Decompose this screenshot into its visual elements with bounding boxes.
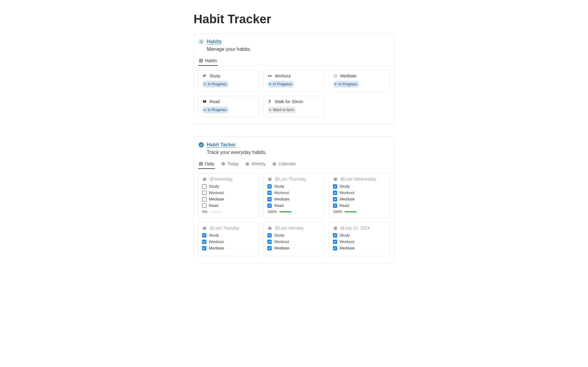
book-icon	[202, 99, 207, 104]
svg-rect-31	[334, 227, 337, 230]
habit-card[interactable]: Walk for 30minWant to form	[263, 96, 324, 117]
pencil-icon	[202, 73, 207, 78]
progress-bar	[345, 211, 357, 212]
check-item: Workout	[202, 239, 255, 244]
checkbox[interactable]	[333, 246, 337, 250]
tab-weekly[interactable]: Weekly	[245, 159, 266, 169]
tab-today[interactable]: Today	[221, 159, 239, 169]
checkbox[interactable]	[267, 184, 272, 189]
svg-rect-27	[268, 178, 272, 181]
tracker-card[interactable]: @Last WednesdayStudyWorkoutMeditateRead1…	[329, 173, 390, 218]
checkbox[interactable]	[333, 184, 337, 189]
svg-rect-9	[199, 59, 201, 60]
calendar-icon	[267, 226, 272, 230]
svg-rect-30	[268, 227, 272, 230]
svg-rect-23	[201, 164, 202, 165]
checkbox[interactable]	[202, 240, 206, 244]
walk-icon	[267, 99, 272, 104]
status-badge: In Progress	[333, 81, 360, 88]
tab-label: Daily	[205, 161, 214, 166]
check-item: Meditate	[202, 246, 255, 250]
dumbbell-icon	[267, 73, 272, 78]
checkbox[interactable]	[333, 240, 337, 244]
checkbox[interactable]	[333, 191, 337, 195]
check-item-label: Read	[340, 203, 349, 208]
habit-card-title: Walk for 30min	[275, 99, 303, 104]
checkbox[interactable]	[267, 191, 272, 195]
calendar-icon	[202, 226, 207, 230]
svg-rect-12	[201, 61, 202, 62]
habit-card-title: Workout	[275, 73, 291, 78]
check-item: Study	[267, 184, 320, 189]
checkbox[interactable]	[202, 197, 206, 201]
tracker-card[interactable]: @YesterdayStudyWorkoutMeditateRead0%	[198, 173, 259, 218]
check-item: Workout	[333, 190, 386, 195]
status-label: In Progress	[338, 81, 357, 87]
check-item: Workout	[267, 190, 320, 195]
habit-card[interactable]: StudyIn Progress	[198, 70, 259, 92]
habit-card[interactable]: MeditateIn Progress	[329, 70, 390, 92]
svg-rect-20	[199, 162, 201, 163]
tracker-card[interactable]: @Last TuesdayStudyWorkoutMeditate	[198, 222, 259, 256]
status-label: In Progress	[273, 81, 292, 87]
check-item-label: Study	[209, 184, 219, 189]
check-item-label: Meditate	[340, 197, 355, 201]
check-item-label: Study	[209, 233, 219, 238]
check-item-label: Study	[274, 184, 284, 189]
tracker-description: Track your everyday habits.	[207, 150, 390, 155]
check-circle-icon	[198, 142, 204, 148]
checkbox[interactable]	[202, 204, 206, 208]
checkbox[interactable]	[333, 197, 337, 201]
status-label: In Progress	[208, 107, 226, 113]
habits-title-link[interactable]: Habits	[207, 39, 222, 44]
habits-panel: Habits Manage your habits. Habits StudyI…	[194, 33, 394, 124]
status-badge: In Progress	[267, 81, 294, 88]
calendar-icon	[267, 177, 272, 182]
checkbox[interactable]	[333, 233, 337, 238]
tracker-card[interactable]: @Last ThursdayStudyWorkoutMeditateRead10…	[263, 173, 324, 218]
progress-label: 0%	[202, 210, 207, 214]
tab-label: Weekly	[251, 161, 266, 166]
status-label: In Progress	[208, 81, 226, 87]
tracker-card-date: @July 21, 2024	[340, 226, 370, 230]
calendar-icon	[272, 162, 277, 166]
tracker-card[interactable]: @July 21, 2024StudyWorkoutMeditate	[329, 222, 390, 256]
tab-calendar[interactable]: Calendar	[272, 159, 296, 169]
svg-line-4	[203, 43, 203, 43]
checkbox[interactable]	[267, 204, 272, 208]
tab-daily[interactable]: Daily	[198, 159, 215, 169]
habit-card[interactable]: WorkoutIn Progress	[263, 70, 324, 92]
checkbox[interactable]	[202, 233, 206, 238]
check-item: Read	[202, 203, 255, 208]
status-badge: In Progress	[202, 81, 229, 88]
pie-icon	[245, 162, 250, 166]
check-item-label: Meditate	[340, 246, 355, 250]
checkbox[interactable]	[267, 246, 272, 250]
tracker-card[interactable]: @Last MondayStudyWorkoutMeditate	[263, 222, 324, 256]
svg-line-7	[199, 43, 200, 43]
habits-view-tab[interactable]: Habits	[198, 56, 218, 66]
tracker-card-date: @Last Wednesday	[340, 177, 376, 182]
svg-rect-17	[271, 75, 272, 77]
tracker-title-link[interactable]: Habit Tacker	[207, 142, 236, 148]
checkbox[interactable]	[202, 246, 206, 250]
tracker-card-date: @Last Tuesday	[209, 226, 239, 230]
svg-rect-22	[199, 164, 201, 165]
check-item-label: Workout	[274, 190, 289, 195]
check-item-label: Workout	[209, 239, 224, 244]
checkbox[interactable]	[267, 197, 272, 201]
checkbox[interactable]	[267, 233, 272, 238]
check-item: Meditate	[267, 246, 320, 250]
habit-card-title: Meditate	[340, 73, 357, 78]
check-item-label: Meditate	[209, 246, 224, 250]
habit-card[interactable]: ReadIn Progress	[198, 96, 259, 117]
check-item-label: Meditate	[209, 197, 224, 201]
check-item-label: Workout	[209, 190, 224, 195]
gallery-icon	[199, 58, 203, 63]
checkbox[interactable]	[267, 240, 272, 244]
checkbox[interactable]	[202, 184, 206, 189]
tracker-card-date: @Last Monday	[275, 226, 303, 230]
checkbox[interactable]	[333, 204, 337, 208]
checkbox[interactable]	[202, 191, 206, 195]
check-item: Study	[267, 233, 320, 238]
